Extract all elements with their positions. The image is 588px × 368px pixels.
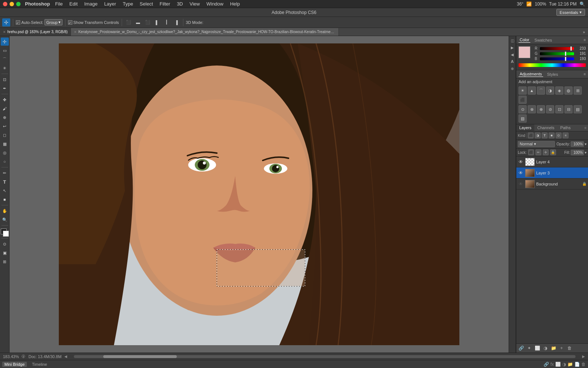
close-button[interactable] [3,2,7,6]
brush-tool[interactable]: 🖌 [1,105,9,113]
tab-close-active[interactable]: ✕ [3,30,6,34]
filter-adj-icon[interactable]: ◑ [535,132,541,138]
lock-position-icon[interactable]: ✛ [543,149,549,155]
filter-extra-icon[interactable]: ≡ [563,132,569,138]
adjustments-panel-expand[interactable]: ≡ [584,72,586,76]
menu-layer[interactable]: Layer [101,0,119,7]
path-selection-tool[interactable]: ↖ [1,187,9,195]
delete-layer-icon[interactable]: 🗑 [566,345,573,351]
exposure-icon[interactable]: ◑ [546,86,554,95]
layer-item-layer3[interactable]: 👁 Layer 3 [516,167,588,178]
curves-icon[interactable]: ⌒ [537,86,545,95]
add-mask-icon[interactable]: ⬜ [534,345,541,351]
mini-bridge-link-icon[interactable]: 🔗 [544,362,549,367]
tab-inactive[interactable]: ✕ Keratynowe_Prostowanie_w_Domu_-_czy_je… [71,28,339,36]
dodge-tool[interactable]: ○ [1,158,9,166]
auto-select-checkbox[interactable] [16,20,20,25]
shape-tool[interactable]: ■ [1,195,9,204]
workspace-dropdown[interactable]: Essentials ▾ [556,9,585,16]
transform-controls-checkbox[interactable] [68,20,72,25]
blue-slider[interactable] [540,57,574,60]
layer4-visibility-icon[interactable]: 👁 [518,159,524,165]
red-value[interactable]: 233 [576,46,586,50]
green-value[interactable]: 191 [576,52,586,56]
eraser-tool[interactable]: ◻ [1,131,9,139]
add-style-icon[interactable]: ✦ [526,345,533,351]
blue-value[interactable]: 193 [576,57,586,61]
history-brush-tool[interactable]: ↩ [1,122,9,130]
levels-icon[interactable]: ▲ [528,86,536,95]
color-tab[interactable]: Color [519,37,530,43]
screen-mode[interactable]: ▣ [1,249,9,257]
vibrance-icon[interactable]: ◈ [555,86,563,95]
menu-filter[interactable]: Filter [157,0,173,7]
maximize-button[interactable] [16,2,21,6]
posterize-icon[interactable]: ⊡ [555,105,563,113]
lock-image-icon[interactable]: ✏ [535,149,541,155]
rectangular-marquee-tool[interactable]: ▭ [1,46,9,54]
channels-tab[interactable]: Channels [534,124,557,131]
eyedropper-tool[interactable]: ✒ [1,84,9,92]
align-bottom-icon[interactable]: ⬛ [144,18,152,26]
canvas-area[interactable] [10,36,509,353]
menu-type[interactable]: Type [120,0,136,7]
menu-select[interactable]: Select [137,0,156,7]
filter-smart-icon[interactable]: ⊙ [556,132,562,138]
move-tool[interactable]: ✢ [1,38,9,46]
paths-tab[interactable]: Paths [557,124,574,131]
tab-close-inactive[interactable]: ✕ [74,30,77,34]
blend-mode-dropdown[interactable]: Normal ▾ [518,141,555,147]
mini-bridge-folder-icon[interactable]: 📁 [567,362,573,367]
align-left-icon[interactable]: ▌ [153,18,161,26]
gradient-map-icon[interactable]: ▤ [574,105,582,113]
scrollbar-track[interactable] [74,355,576,358]
traffic-lights[interactable] [3,2,21,6]
new-layer-icon[interactable]: + [558,345,565,351]
color-spectrum[interactable] [519,63,586,67]
blur-tool[interactable]: ◎ [1,149,9,157]
menu-help[interactable]: Help [227,0,243,7]
lock-transparent-icon[interactable]: ⬛ [528,149,534,155]
hand-tool[interactable]: ✋ [1,207,9,215]
filter-shape-icon[interactable]: ■ [549,132,555,138]
mini-bridge-mask-icon[interactable]: ⬜ [555,362,561,367]
color-balance-icon[interactable]: ⊞ [574,86,582,95]
magic-wand-tool[interactable]: ✳ [1,64,9,72]
align-middle-icon[interactable]: ▬ [134,18,142,26]
minimize-button[interactable] [10,2,14,6]
timeline-tab[interactable]: Timeline [30,362,49,367]
lasso-tool[interactable]: ⌒ [1,55,9,63]
adjustments-tab[interactable]: Adjustments [519,71,543,77]
layer-item-background[interactable]: 👁 Background 🔒 [516,178,588,190]
mini-bridge-adj-icon[interactable]: ◑ [562,362,566,367]
menu-window[interactable]: Window [204,0,226,7]
color-panel-expand[interactable]: ≡ [584,38,586,42]
layer-item-layer4[interactable]: 👁 Layer 4 [516,156,588,167]
black-white-icon[interactable]: ⬛ [519,96,527,104]
clone-stamp-tool[interactable]: ⊕ [1,113,9,121]
panel-expand-icon[interactable]: ▶ [509,45,515,50]
styles-tab[interactable]: Styles [546,72,559,77]
fill-input[interactable] [571,150,584,155]
filter-text-icon[interactable]: T [542,132,548,138]
brightness-contrast-icon[interactable]: ☀ [519,86,527,95]
search-icon[interactable]: 🔍 [580,1,585,7]
opacity-chevron-icon[interactable]: ▾ [585,142,587,146]
green-slider[interactable] [540,52,574,55]
tab-active[interactable]: ✕ hrehu.psd @ 183% (Layer 3, RGB/8) [0,28,71,36]
mini-bridge-tab[interactable]: Mini Bridge [2,362,27,367]
scrollbar-thumb[interactable] [103,355,177,358]
zoom-tool[interactable]: 🔍 [1,216,9,224]
link-layers-icon[interactable]: 🔗 [518,345,524,351]
status-arrow-right[interactable]: ▶ [582,354,585,358]
layers-panel-expand[interactable]: ≡ [583,126,588,130]
threshold-icon[interactable]: ⊟ [564,105,573,113]
photo-filter-icon[interactable]: ⊙ [519,105,527,113]
auto-select-dropdown[interactable]: Group ▾ [44,19,62,25]
extra-tools[interactable]: ⊞ [1,258,9,266]
filter-pixel-icon[interactable]: ⬛ [528,132,534,138]
pen-tool[interactable]: ✏ [1,169,9,177]
status-arrow-left[interactable]: ◀ [64,354,67,358]
lock-all-icon[interactable]: 🔒 [550,149,556,155]
invert-icon[interactable]: ⊘ [546,105,554,113]
